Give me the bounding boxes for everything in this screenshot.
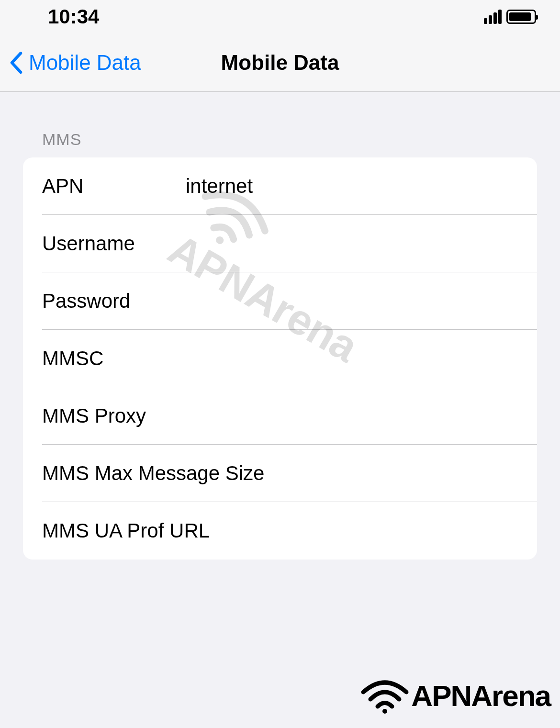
apn-row[interactable]: APN (23, 157, 537, 215)
content: MMS APN Username Password MMSC MMS Proxy… (0, 130, 560, 560)
page-title: Mobile Data (221, 51, 339, 75)
chevron-left-icon (10, 52, 23, 74)
apn-label: APN (42, 175, 186, 198)
svg-point-1 (382, 709, 387, 714)
mms-proxy-label: MMS Proxy (42, 404, 186, 427)
back-button[interactable]: Mobile Data (0, 51, 141, 75)
username-row[interactable]: Username (23, 215, 537, 272)
watermark-bottom-text: APNArena (411, 679, 550, 713)
mms-ua-prof-row[interactable]: MMS UA Prof URL (23, 502, 537, 560)
mmsc-row[interactable]: MMSC (23, 330, 537, 387)
password-input[interactable] (186, 290, 518, 313)
battery-icon (506, 10, 536, 24)
status-time: 10:34 (48, 5, 99, 28)
navigation-bar: Mobile Data Mobile Data (0, 34, 560, 92)
mmsc-label: MMSC (42, 347, 186, 370)
username-input[interactable] (186, 232, 518, 255)
watermark-bottom: APNArena (361, 678, 550, 714)
mms-ua-prof-input[interactable] (210, 519, 518, 542)
cellular-signal-icon (484, 10, 502, 24)
status-bar: 10:34 (0, 0, 560, 34)
wifi-icon (361, 678, 409, 714)
mms-proxy-input[interactable] (186, 404, 518, 427)
apn-input[interactable] (186, 175, 518, 198)
username-label: Username (42, 232, 186, 255)
mms-ua-prof-label: MMS UA Prof URL (42, 519, 210, 542)
mms-settings-group: APN Username Password MMSC MMS Proxy MMS… (23, 157, 537, 560)
section-header-mms: MMS (42, 130, 537, 149)
password-label: Password (42, 290, 186, 313)
mms-proxy-row[interactable]: MMS Proxy (23, 387, 537, 445)
mms-max-size-input[interactable] (264, 462, 518, 485)
password-row[interactable]: Password (23, 272, 537, 330)
mms-max-size-row[interactable]: MMS Max Message Size (23, 445, 537, 502)
mms-max-size-label: MMS Max Message Size (42, 462, 264, 485)
status-indicators (484, 10, 536, 24)
mmsc-input[interactable] (186, 347, 518, 370)
back-label: Mobile Data (29, 51, 141, 75)
